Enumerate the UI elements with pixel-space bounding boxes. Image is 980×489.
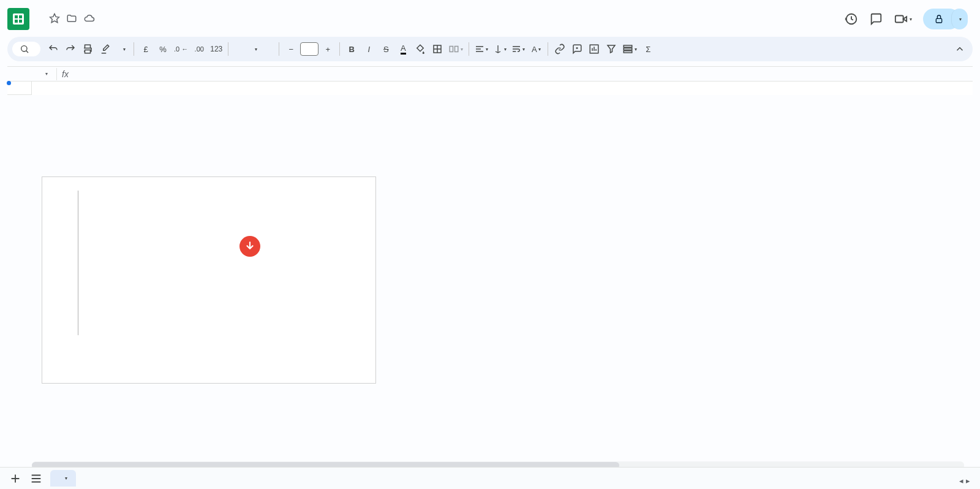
svg-point-5 [21,46,27,51]
zoom-select[interactable]: ▾ [114,40,130,58]
svg-rect-8 [450,47,453,52]
percent-button[interactable]: % [155,40,171,58]
strike-button[interactable]: S [378,40,394,58]
sheets-logo[interactable] [7,8,29,30]
down-arrow-annotation [239,236,260,257]
meet-icon[interactable]: ▾ [894,12,912,26]
star-icon[interactable] [49,13,60,24]
embedded-chart[interactable] [42,176,376,384]
history-icon[interactable] [845,12,858,26]
select-all-corner[interactable] [7,82,32,95]
tab-scroll-right[interactable]: ▸ [966,476,970,485]
fx-icon: fx [62,69,69,79]
document-title[interactable] [36,17,43,20]
formula-input[interactable] [74,67,973,81]
currency-pound-button[interactable]: £ [138,40,154,58]
font-size-input[interactable] [300,42,318,56]
link-button[interactable] [552,40,568,58]
svg-rect-4 [936,18,941,23]
decrease-font-button[interactable]: − [283,40,299,58]
increase-font-button[interactable]: + [320,40,336,58]
font-select[interactable]: ▾ [232,40,275,58]
decrease-decimal-button[interactable]: .0 ← [172,40,190,58]
svg-rect-13 [624,51,633,53]
v-align-button[interactable]: ▾ [491,40,508,58]
merge-button[interactable]: ▾ [447,40,465,58]
undo-button[interactable] [45,40,61,58]
text-color-button[interactable]: A [395,40,411,58]
tab-scroll-left[interactable]: ◂ [959,476,963,485]
filter-views-button[interactable]: ▾ [620,40,639,58]
rotate-button[interactable]: A▾ [528,40,544,58]
sheet-tab[interactable]: ▾ [50,470,76,487]
svg-rect-12 [624,48,633,50]
fill-color-button[interactable] [412,40,428,58]
svg-rect-9 [455,47,458,52]
search-menus[interactable] [12,42,40,56]
name-box[interactable]: ▾ [7,71,51,77]
svg-rect-3 [895,16,903,23]
more-formats-button[interactable]: 123 [208,40,224,58]
cloud-icon[interactable] [83,13,96,24]
filter-button[interactable] [603,40,619,58]
svg-marker-2 [50,14,59,23]
redo-button[interactable] [62,40,78,58]
comment-button[interactable] [569,40,585,58]
toolbar: ▾ £ % .0 ← .00 123 ▾ − + B I S A ▾ ▾ ▾ ▾… [7,37,973,61]
toolbar-collapse-button[interactable] [952,40,968,58]
svg-rect-11 [624,45,633,47]
all-sheets-button[interactable] [29,472,43,485]
svg-rect-6 [85,50,91,53]
borders-button[interactable] [429,40,445,58]
spreadsheet-grid[interactable] [7,81,973,461]
chart-button[interactable] [586,40,602,58]
move-icon[interactable] [66,13,77,24]
svg-rect-0 [13,13,24,25]
paint-format-button[interactable] [97,40,113,58]
italic-button[interactable]: I [361,40,377,58]
add-sheet-button[interactable] [9,472,22,485]
print-button[interactable] [80,40,96,58]
increase-decimal-button[interactable]: .00 [191,40,207,58]
bold-button[interactable]: B [344,40,360,58]
h-align-button[interactable]: ▾ [473,40,490,58]
share-dropdown[interactable]: ▾ [951,9,968,29]
comments-icon[interactable] [869,12,883,26]
wrap-button[interactable]: ▾ [510,40,527,58]
functions-button[interactable]: Σ [640,40,656,58]
chart-legend [42,177,375,187]
